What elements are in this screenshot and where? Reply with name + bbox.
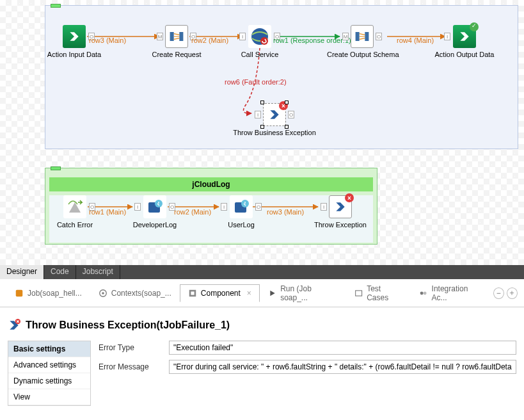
view-tab-job[interactable]: Job(soap_hell... bbox=[6, 284, 90, 302]
subjob-handle-icon[interactable] bbox=[51, 4, 61, 8]
view-tab-label: Component bbox=[201, 289, 241, 298]
integration-icon bbox=[419, 289, 427, 298]
log-icon: I O bbox=[143, 195, 166, 218]
node-user-log[interactable]: I O UserLog bbox=[206, 195, 276, 229]
node-create-output-schema[interactable]: M O Create Output Schema bbox=[327, 25, 397, 58]
svg-point-5 bbox=[260, 37, 268, 45]
port-icon: I bbox=[221, 203, 227, 211]
node-label: Create Output Schema bbox=[327, 51, 397, 58]
node-label: DeveloperLog bbox=[120, 221, 190, 229]
svg-rect-17 bbox=[191, 291, 194, 295]
node-label: Catch Error bbox=[40, 221, 110, 229]
node-label: Action Output Data bbox=[429, 51, 500, 58]
node-label: Throw Business Exception bbox=[223, 129, 326, 136]
component-icon bbox=[188, 289, 197, 298]
port-icon: I bbox=[444, 33, 450, 40]
view-tab-label: Contexts(soap_... bbox=[111, 289, 171, 298]
close-icon[interactable]: × bbox=[247, 289, 251, 298]
failure-icon: × I bbox=[329, 195, 352, 218]
antenna-icon: O bbox=[63, 195, 86, 218]
svg-rect-13 bbox=[16, 289, 23, 296]
node-throw-business-exception[interactable]: × I O Throw Business Exception bbox=[223, 103, 326, 136]
tab-designer[interactable]: Designer bbox=[0, 265, 44, 279]
port-icon: O bbox=[376, 33, 382, 40]
conn-label: row3 (Main) bbox=[89, 36, 126, 44]
port-icon: O bbox=[288, 111, 294, 118]
node-action-output[interactable]: I Action Output Data bbox=[429, 25, 500, 58]
component-panel: Throw Business Exception(tJobFailure_1) … bbox=[0, 307, 524, 412]
section-view[interactable]: View bbox=[8, 389, 90, 405]
node-label: Throw Exception bbox=[305, 221, 376, 229]
svg-point-19 bbox=[420, 291, 424, 295]
design-canvas[interactable]: O Action Input Data row3 (Main) M O Crea… bbox=[0, 0, 524, 265]
view-tab-label: Test Cases bbox=[367, 284, 402, 302]
view-tab-contexts[interactable]: Contexts(soap_... bbox=[90, 284, 180, 302]
contexts-icon bbox=[99, 289, 107, 298]
view-tab-component[interactable]: Component × bbox=[180, 284, 260, 302]
view-tab-label: Job(soap_hell... bbox=[28, 289, 82, 298]
port-icon: M bbox=[157, 33, 163, 40]
port-icon: I bbox=[255, 111, 261, 118]
error-badge-icon: × bbox=[345, 193, 354, 202]
port-icon: M bbox=[342, 33, 349, 40]
minimize-button[interactable]: − bbox=[493, 287, 504, 299]
node-label: UserLog bbox=[206, 221, 276, 229]
map-icon: M O bbox=[351, 25, 374, 48]
run-icon bbox=[268, 289, 276, 298]
error-type-input[interactable] bbox=[169, 341, 516, 355]
subjob-title: jCloudLog bbox=[49, 177, 373, 191]
selection-handle-icon[interactable] bbox=[285, 125, 289, 129]
job-icon bbox=[15, 289, 24, 298]
node-label: Action Input Data bbox=[39, 51, 109, 58]
port-icon: I bbox=[321, 203, 327, 211]
section-advanced-settings[interactable]: Advanced settings bbox=[8, 357, 90, 373]
globe-icon: I O bbox=[248, 25, 271, 48]
view-tab-label: Run (Job soap_... bbox=[280, 284, 338, 302]
selection-handle-icon[interactable] bbox=[260, 101, 264, 104]
conn-label: row3 (Main) bbox=[267, 208, 304, 216]
output-icon: I bbox=[453, 25, 476, 48]
view-tab-test-cases[interactable]: Test Cases bbox=[346, 280, 411, 307]
section-basic-settings[interactable]: Basic settings bbox=[8, 341, 90, 357]
view-tab-label: Integration Ac... bbox=[432, 284, 482, 302]
port-icon: O bbox=[255, 203, 262, 211]
svg-point-15 bbox=[102, 292, 104, 295]
input-icon: O bbox=[63, 25, 86, 48]
tab-jobscript[interactable]: Jobscript bbox=[76, 265, 120, 279]
conn-label: row4 (Main) bbox=[397, 36, 434, 44]
ok-badge-icon bbox=[470, 22, 479, 31]
log-icon: I O bbox=[230, 195, 253, 218]
error-message-input[interactable] bbox=[169, 360, 516, 374]
component-heading-text: Throw Business Exception(tJobFailure_1) bbox=[26, 319, 230, 331]
subjob-jcloudlog: jCloudLog O Catch Error row1 (Main) I bbox=[45, 168, 377, 245]
tab-code[interactable]: Code bbox=[44, 265, 76, 279]
node-label: Create Request bbox=[141, 51, 212, 58]
subjob-handle-icon[interactable] bbox=[51, 166, 61, 170]
selection-handle-icon[interactable] bbox=[260, 125, 264, 129]
section-dynamic-settings[interactable]: Dynamic settings bbox=[8, 373, 90, 389]
conn-label: row2 (Main) bbox=[191, 36, 228, 44]
settings-form: Error Type Error Message bbox=[99, 341, 516, 406]
error-message-label: Error Message bbox=[99, 362, 163, 371]
testcases-icon bbox=[354, 289, 363, 298]
subjob-main: O Action Input Data row3 (Main) M O Crea… bbox=[45, 5, 518, 149]
view-tab-integration[interactable]: Integration Ac... bbox=[411, 280, 490, 307]
view-tab-run[interactable]: Run (Job soap_... bbox=[260, 280, 346, 307]
failure-icon bbox=[8, 319, 20, 332]
map-icon: M O bbox=[165, 25, 188, 48]
editor-tabs: Designer Code Jobscript bbox=[0, 265, 524, 279]
svg-point-20 bbox=[424, 291, 427, 295]
port-icon: I bbox=[239, 33, 246, 40]
maximize-button[interactable]: ＋ bbox=[507, 287, 518, 299]
svg-rect-18 bbox=[356, 290, 362, 295]
selection-handle-icon[interactable] bbox=[285, 101, 289, 104]
view-tabs: Job(soap_hell... Contexts(soap_... Compo… bbox=[0, 279, 524, 307]
settings-section-list: Basic settings Advanced settings Dynamic… bbox=[8, 341, 91, 406]
port-icon: I bbox=[134, 203, 141, 211]
node-label: Call Service bbox=[225, 51, 295, 58]
failure-icon: × I O bbox=[263, 103, 286, 126]
component-heading: Throw Business Exception(tJobFailure_1) bbox=[8, 319, 516, 332]
error-type-label: Error Type bbox=[99, 343, 163, 352]
node-throw-exception[interactable]: × I Throw Exception bbox=[305, 195, 376, 229]
conn-label: row6 (Fault order:2) bbox=[225, 78, 287, 86]
